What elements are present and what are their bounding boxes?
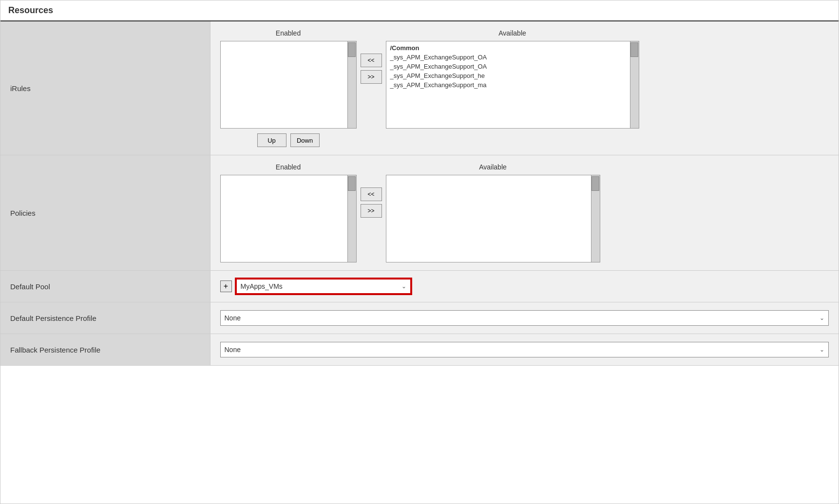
default-pool-add-button[interactable]: + <box>220 280 232 292</box>
default-persistence-chevron-icon: ⌄ <box>820 315 824 321</box>
irules-available-item-0[interactable]: /Common <box>388 43 637 53</box>
irules-enabled-list-group: Enabled <box>220 29 357 129</box>
policies-enabled-scrollbar[interactable] <box>347 175 356 262</box>
irules-available-content: /Common _sys_APM_ExchangeSupport_OA _sys… <box>386 41 639 92</box>
fallback-persistence-content: None ⌄ <box>210 334 839 366</box>
policies-dual-list: Enabled << >> Available <box>220 163 829 262</box>
default-pool-content: + MyApps_VMs ⌄ <box>210 271 839 302</box>
fallback-persistence-row: Fallback Persistence Profile None ⌄ <box>0 334 839 366</box>
irules-move-left-button[interactable]: << <box>361 54 382 67</box>
irules-label: iRules <box>0 21 210 155</box>
default-pool-row: Default Pool + MyApps_VMs ⌄ <box>0 271 839 302</box>
irules-enabled-label: Enabled <box>276 29 301 37</box>
irules-available-item-1[interactable]: _sys_APM_ExchangeSupport_OA <box>388 53 637 62</box>
policies-content: Enabled << >> Available <box>210 155 839 271</box>
default-persistence-row: Default Persistence Profile None ⌄ <box>0 302 839 334</box>
policies-label: Policies <box>0 155 210 271</box>
policies-enabled-scroll-thumb <box>348 176 356 191</box>
default-pool-inner: + MyApps_VMs ⌄ <box>220 279 829 294</box>
default-pool-select[interactable]: MyApps_VMs ⌄ <box>236 279 411 294</box>
fallback-persistence-chevron-icon: ⌄ <box>820 346 824 353</box>
page-container: Resources iRules Enabled <box>0 0 839 504</box>
fallback-persistence-select[interactable]: None ⌄ <box>220 342 829 357</box>
irules-available-item-2[interactable]: _sys_APM_ExchangeSupport_OA <box>388 62 637 71</box>
irules-enabled-scroll-thumb <box>348 42 356 57</box>
policies-enabled-box[interactable] <box>220 175 357 262</box>
irules-content: Enabled Up Down <box>210 21 839 155</box>
section-header: Resources <box>0 0 839 21</box>
default-persistence-label: Default Persistence Profile <box>0 302 210 334</box>
policies-available-list-group: Available <box>386 163 600 262</box>
irules-available-label: Available <box>498 29 526 37</box>
irules-dual-list: Enabled Up Down <box>220 29 829 147</box>
policies-available-scrollbar[interactable] <box>591 175 600 262</box>
irules-row: iRules Enabled <box>0 21 839 155</box>
policies-enabled-list-group: Enabled <box>220 163 357 262</box>
irules-available-box[interactable]: /Common _sys_APM_ExchangeSupport_OA _sys… <box>386 41 639 129</box>
irules-available-scroll-thumb <box>630 42 638 57</box>
resources-table: iRules Enabled <box>0 21 839 366</box>
policies-move-right-button[interactable]: >> <box>361 204 382 218</box>
policies-enabled-label: Enabled <box>276 163 301 171</box>
irules-enabled-box[interactable] <box>220 41 357 129</box>
irules-available-list-group: Available /Common _sys_APM_ExchangeSuppo… <box>386 29 639 129</box>
default-persistence-content: None ⌄ <box>210 302 839 334</box>
irules-available-scrollbar[interactable] <box>630 41 639 128</box>
policies-move-left-button[interactable]: << <box>361 187 382 201</box>
default-pool-chevron-icon: ⌄ <box>401 283 406 290</box>
irules-enabled-scrollbar[interactable] <box>347 41 356 128</box>
default-pool-label: Default Pool <box>0 271 210 302</box>
irules-transfer-buttons: << >> <box>361 54 382 84</box>
section-title: Resources <box>8 5 53 15</box>
fallback-persistence-label: Fallback Persistence Profile <box>0 334 210 366</box>
default-pool-value: MyApps_VMs <box>241 282 283 290</box>
policies-available-scroll-thumb <box>591 176 599 191</box>
irules-up-down-row: Up Down <box>220 133 357 147</box>
default-persistence-value: None <box>225 314 241 322</box>
policies-available-box[interactable] <box>386 175 600 262</box>
irules-move-right-button[interactable]: >> <box>361 70 382 84</box>
irules-down-button[interactable]: Down <box>290 133 320 147</box>
irules-up-button[interactable]: Up <box>257 133 286 147</box>
irules-available-item-3[interactable]: _sys_APM_ExchangeSupport_he <box>388 71 637 80</box>
default-persistence-select[interactable]: None ⌄ <box>220 310 829 326</box>
policies-row: Policies Enabled << <box>0 155 839 271</box>
irules-available-item-4[interactable]: _sys_APM_ExchangeSupport_ma <box>388 80 637 90</box>
fallback-persistence-value: None <box>225 346 241 354</box>
policies-available-label: Available <box>479 163 507 171</box>
irules-enabled-group: Enabled Up Down <box>220 29 357 147</box>
policies-transfer-buttons: << >> <box>361 187 382 218</box>
